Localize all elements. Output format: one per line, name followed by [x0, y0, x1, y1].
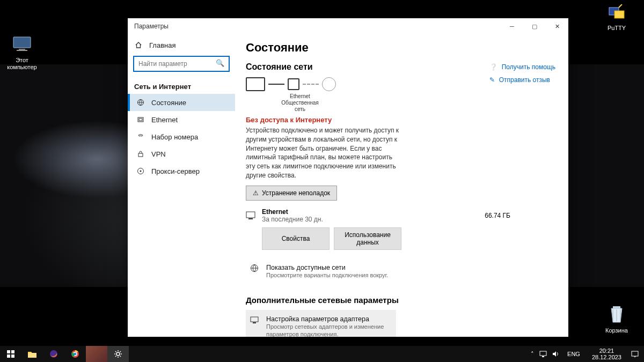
sidebar-item-label: Состояние: [151, 99, 186, 107]
help-links: ❔ Получить помощь ✎ Отправить отзыв: [489, 63, 555, 89]
svg-rect-17: [253, 322, 256, 323]
titlebar[interactable]: Параметры ─ ▢ ✕: [128, 18, 568, 34]
svg-rect-1: [19, 49, 25, 50]
content-pane: Состояние ❔ Получить помощь ✎ Отправить …: [235, 34, 568, 337]
help-link-get-help[interactable]: ❔ Получить помощь: [489, 63, 555, 71]
sidebar-section-header: Сеть и Интернет: [128, 77, 235, 94]
putty-icon: [606, 1, 627, 23]
svg-rect-14: [248, 218, 253, 219]
button-label: Свойства: [282, 235, 310, 242]
pc-icon: [246, 77, 265, 91]
tray-notifications-icon[interactable]: [631, 350, 641, 358]
diagram-net-type: Общественная сеть: [276, 100, 324, 113]
ethernet-icon: [246, 211, 255, 220]
svg-rect-2: [17, 50, 27, 51]
svg-rect-21: [11, 350, 14, 353]
taskbar: ˄ ENG 20:21 28.12.2023: [0, 346, 644, 362]
data-usage-row: Ethernet За последние 30 дн. 66.74 ГБ: [246, 208, 555, 223]
help-link-label: Получить помощь: [502, 63, 555, 71]
desktop-icon-this-pc[interactable]: Этот компьютер: [2, 33, 42, 70]
svg-rect-20: [7, 350, 10, 353]
sidebar-item-label: Прокси-сервер: [151, 167, 200, 175]
taskbar-chrome[interactable]: [64, 346, 86, 362]
help-link-feedback[interactable]: ✎ Отправить отзыв: [489, 76, 555, 84]
advanced-settings-heading: Дополнительные сетевые параметры: [246, 295, 555, 305]
show-available-networks[interactable]: Показать доступные сети Просмотрите вари…: [246, 258, 555, 285]
help-link-label: Отправить отзыв: [499, 76, 550, 84]
sidebar-item-label: VPN: [151, 150, 166, 158]
desktop-icon-label: Корзина: [597, 327, 636, 334]
status-warning-desc: Устройство подключено и может получить д…: [246, 126, 401, 180]
svg-rect-13: [246, 212, 255, 218]
svg-rect-22: [7, 354, 10, 358]
list-item-desc: Просмотр сетевых адаптеров и изменение п…: [266, 323, 392, 337]
tray-language[interactable]: ENG: [565, 351, 582, 357]
troubleshoot-button[interactable]: ⚠ Устранение неполадок: [246, 186, 337, 201]
svg-point-12: [140, 171, 142, 172]
clock-time: 20:21: [592, 348, 621, 354]
taskbar-app[interactable]: [86, 346, 107, 362]
adapter-icon: [250, 315, 260, 337]
sidebar-item-proxy[interactable]: Прокси-сервер: [128, 162, 235, 180]
svg-rect-6: [613, 306, 620, 308]
svg-rect-24: [28, 353, 36, 358]
start-button[interactable]: [0, 346, 21, 362]
diagram-interface: Ethernet: [276, 93, 324, 100]
button-label: Использование данных: [334, 231, 401, 246]
properties-button[interactable]: Свойства: [262, 227, 330, 250]
sidebar-item-status[interactable]: Состояние: [128, 94, 235, 111]
page-title: Состояние: [246, 41, 555, 55]
maximize-button[interactable]: ▢: [523, 18, 546, 34]
clock-date: 28.12.2023: [592, 354, 621, 360]
globe-icon: [322, 77, 336, 91]
adapter-settings[interactable]: Настройка параметров адаптера Просмотр с…: [246, 310, 396, 337]
taskbar-settings[interactable]: [107, 346, 129, 362]
dialup-icon: [136, 132, 145, 141]
ethernet-icon: [136, 115, 145, 124]
status-warning-title: Без доступа к Интернету: [246, 116, 555, 124]
sidebar: Главная 🔍 Сеть и Интернет Состояние Ethe…: [128, 34, 235, 337]
desktop-icon-label: Этот компьютер: [2, 57, 42, 70]
sidebar-item-label: Главная: [149, 41, 175, 49]
help-icon: ❔: [489, 63, 497, 71]
usage-interface: Ethernet: [262, 208, 323, 216]
tray-chevron-up-icon[interactable]: ˄: [531, 351, 534, 358]
recycle-bin-icon: [606, 304, 627, 325]
taskbar-explorer[interactable]: [21, 346, 43, 362]
svg-point-29: [116, 352, 120, 356]
svg-rect-10: [138, 153, 143, 157]
desktop-icon-putty[interactable]: PuTTY: [597, 1, 636, 32]
svg-rect-32: [632, 351, 638, 356]
tray-network-icon[interactable]: [539, 351, 547, 357]
taskbar-firefox[interactable]: [43, 346, 64, 362]
sidebar-item-ethernet[interactable]: Ethernet: [128, 111, 235, 128]
feedback-icon: ✎: [489, 76, 495, 84]
svg-rect-0: [13, 37, 31, 48]
status-icon: [136, 98, 145, 107]
system-tray: ˄ ENG 20:21 28.12.2023: [531, 348, 644, 360]
data-usage-button[interactable]: Использование данных: [334, 227, 401, 250]
svg-rect-23: [11, 354, 14, 358]
search-input[interactable]: [133, 56, 230, 72]
svg-rect-16: [251, 317, 258, 322]
sidebar-home[interactable]: Главная: [128, 36, 235, 54]
minimize-button[interactable]: ─: [501, 18, 523, 34]
svg-rect-31: [542, 356, 544, 357]
search-wrap: 🔍: [128, 54, 235, 77]
sidebar-item-vpn[interactable]: VPN: [128, 145, 235, 162]
desktop-icon-recycle-bin[interactable]: Корзина: [597, 304, 636, 334]
tray-clock[interactable]: 20:21 28.12.2023: [588, 348, 626, 360]
settings-window: Параметры ─ ▢ ✕ Главная 🔍 Сеть и Интерне…: [128, 18, 568, 337]
list-item-desc: Просмотрите варианты подключения вокруг.: [266, 271, 388, 279]
close-button[interactable]: ✕: [546, 18, 568, 34]
tray-volume-icon[interactable]: [552, 351, 560, 357]
svg-line-5: [619, 4, 622, 8]
vpn-icon: [136, 150, 145, 158]
usage-period: За последние 30 дн.: [262, 216, 323, 223]
router-icon: [288, 78, 299, 90]
button-label: Устранение неполадок: [262, 189, 330, 197]
svg-rect-9: [139, 119, 142, 121]
sidebar-item-label: Ethernet: [151, 116, 178, 124]
sidebar-item-dialup[interactable]: Набор номера: [128, 128, 235, 145]
warning-icon: ⚠: [253, 189, 259, 197]
